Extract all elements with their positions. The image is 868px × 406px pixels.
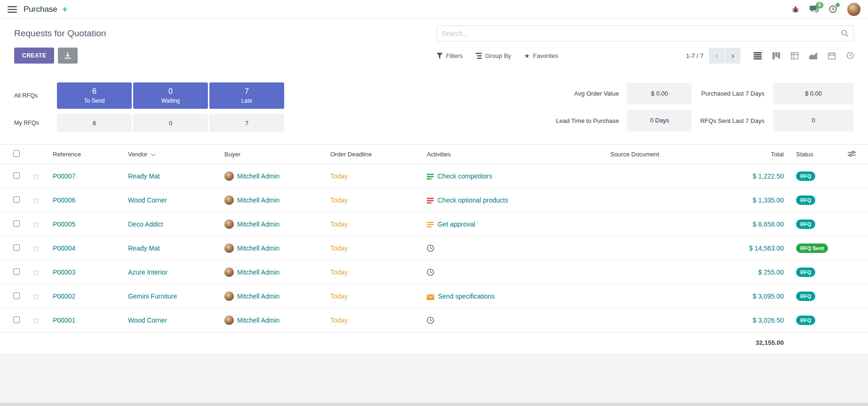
view-list-icon[interactable] — [754, 52, 762, 59]
view-kanban-icon[interactable] — [772, 52, 780, 59]
vendor-link[interactable]: Ready Mat — [128, 172, 160, 180]
status-badge: RFQ — [796, 219, 815, 229]
column-header-order-deadline[interactable]: Order Deadline — [326, 145, 422, 164]
create-button[interactable]: CREATE — [14, 48, 54, 64]
search-bar[interactable] — [437, 25, 854, 41]
reference-link[interactable]: P00007 — [53, 172, 75, 180]
export-button[interactable] — [58, 48, 78, 64]
buyer-avatar — [224, 219, 234, 229]
tile-late[interactable]: 7 Late — [209, 82, 284, 109]
column-header-buyer[interactable]: Buyer — [220, 145, 326, 164]
vendor-link[interactable]: Azure Interior — [128, 268, 167, 276]
activity-link[interactable]: Send specifications — [438, 292, 495, 300]
activity-envelope-icon[interactable] — [427, 294, 434, 300]
buyer-link[interactable]: Mitchell Admin — [237, 292, 279, 300]
favorites-button[interactable]: ★ Favorites — [524, 52, 558, 59]
row-checkbox[interactable] — [13, 317, 20, 323]
my-late-count[interactable]: 7 — [209, 114, 284, 132]
reference-link[interactable]: P00005 — [53, 220, 75, 228]
vendor-link[interactable]: Wood Corner — [128, 317, 167, 324]
activity-link[interactable]: Get approval — [438, 220, 475, 228]
view-calendar-icon[interactable] — [828, 52, 836, 59]
star-icon[interactable]: ☆ — [32, 195, 40, 205]
column-header-source-document[interactable]: Source Document — [605, 145, 714, 164]
table-row[interactable]: ☆P00006Wood CornerMitchell AdminTodayChe… — [0, 188, 868, 212]
pager-next-button[interactable]: › — [725, 48, 741, 64]
view-graph-icon[interactable] — [809, 52, 817, 59]
pager-previous-button[interactable]: ‹ — [709, 48, 725, 64]
buyer-link[interactable]: Mitchell Admin — [237, 244, 279, 252]
new-tab-icon[interactable]: + — [62, 5, 68, 14]
vendor-link[interactable]: Deco Addict — [128, 220, 163, 228]
column-header-status[interactable]: Status — [791, 145, 843, 164]
filters-button[interactable]: Filters — [437, 52, 462, 59]
activity-link[interactable]: Check optional products — [438, 196, 508, 204]
column-header-vendor[interactable]: Vendor — [123, 145, 220, 164]
buyer-link[interactable]: Mitchell Admin — [237, 220, 279, 228]
row-checkbox[interactable] — [13, 292, 20, 299]
filters-label: Filters — [446, 52, 462, 59]
reference-link[interactable]: P00001 — [53, 317, 75, 324]
reference-link[interactable]: P00002 — [53, 292, 75, 300]
star-icon[interactable]: ☆ — [32, 171, 40, 181]
reference-link[interactable]: P00003 — [53, 268, 75, 276]
activity-clock-icon[interactable] — [427, 244, 434, 252]
view-pivot-icon[interactable] — [791, 52, 798, 59]
bug-icon[interactable] — [792, 6, 799, 13]
activity-clock-icon[interactable] — [427, 317, 434, 324]
activities-icon[interactable] — [829, 5, 837, 13]
star-icon[interactable]: ☆ — [32, 219, 40, 229]
column-header-total[interactable]: Total — [714, 145, 791, 164]
table-row[interactable]: ☆P00002Gemini FurnitureMitchell AdminTod… — [0, 284, 868, 309]
reference-link[interactable]: P00006 — [53, 196, 75, 204]
tile-to-send[interactable]: 6 To Send — [57, 82, 132, 109]
table-row[interactable]: ☆P00004Ready MatMitchell AdminToday$ 14,… — [0, 236, 868, 260]
buyer-avatar — [224, 268, 234, 277]
row-checkbox[interactable] — [13, 244, 20, 251]
buyer-link[interactable]: Mitchell Admin — [237, 196, 279, 204]
tile-count: 0 — [168, 87, 173, 96]
buyer-link[interactable]: Mitchell Admin — [237, 172, 279, 180]
group-by-button[interactable]: Group By — [476, 52, 511, 59]
buyer-link[interactable]: Mitchell Admin — [237, 317, 279, 324]
reference-link[interactable]: P00004 — [53, 244, 75, 252]
horizontal-scrollbar[interactable] — [0, 403, 868, 406]
search-icon[interactable] — [841, 30, 849, 37]
star-icon[interactable]: ☆ — [32, 292, 40, 301]
view-activity-icon[interactable] — [846, 52, 854, 59]
messages-icon[interactable]: 5 — [810, 6, 819, 13]
star-icon[interactable]: ☆ — [32, 268, 40, 277]
vendor-link[interactable]: Wood Corner — [128, 196, 167, 204]
vendor-link[interactable]: Gemini Furniture — [128, 292, 177, 300]
table-row[interactable]: ☆P00003Azure InteriorMitchell AdminToday… — [0, 260, 868, 284]
search-input[interactable] — [442, 30, 841, 37]
messages-badge: 5 — [816, 2, 823, 8]
activity-bars-icon[interactable] — [427, 197, 434, 204]
activity-link[interactable]: Check competitors — [438, 172, 492, 180]
row-checkbox[interactable] — [13, 172, 20, 179]
column-header-reference[interactable]: Reference — [48, 145, 123, 164]
select-all-checkbox[interactable] — [13, 150, 20, 157]
app-name[interactable]: Purchase — [24, 5, 57, 14]
total-amount: $ 255.00 — [758, 268, 784, 276]
column-header-activities[interactable]: Activities — [422, 145, 605, 164]
table-row[interactable]: ☆P00007Ready MatMitchell AdminTodayCheck… — [0, 164, 868, 188]
activity-bars-icon[interactable] — [427, 221, 434, 228]
row-checkbox[interactable] — [13, 220, 20, 227]
my-to-send-count[interactable]: 6 — [57, 114, 132, 132]
table-row[interactable]: ☆P00001Wood CornerMitchell AdminToday$ 3… — [0, 309, 868, 333]
table-row[interactable]: ☆P00005Deco AddictMitchell AdminTodayGet… — [0, 212, 868, 236]
star-icon[interactable]: ☆ — [32, 244, 40, 253]
activity-bars-icon[interactable] — [427, 173, 434, 180]
optional-columns-icon[interactable] — [848, 151, 856, 157]
tile-waiting[interactable]: 0 Waiting — [133, 82, 208, 109]
buyer-link[interactable]: Mitchell Admin — [237, 268, 279, 276]
apps-menu-icon[interactable] — [8, 6, 17, 13]
row-checkbox[interactable] — [13, 196, 20, 203]
user-avatar[interactable] — [847, 3, 860, 16]
row-checkbox[interactable] — [13, 268, 20, 275]
my-waiting-count[interactable]: 0 — [133, 114, 208, 132]
activity-clock-icon[interactable] — [427, 268, 434, 276]
vendor-link[interactable]: Ready Mat — [128, 244, 160, 252]
star-icon[interactable]: ☆ — [32, 316, 40, 325]
